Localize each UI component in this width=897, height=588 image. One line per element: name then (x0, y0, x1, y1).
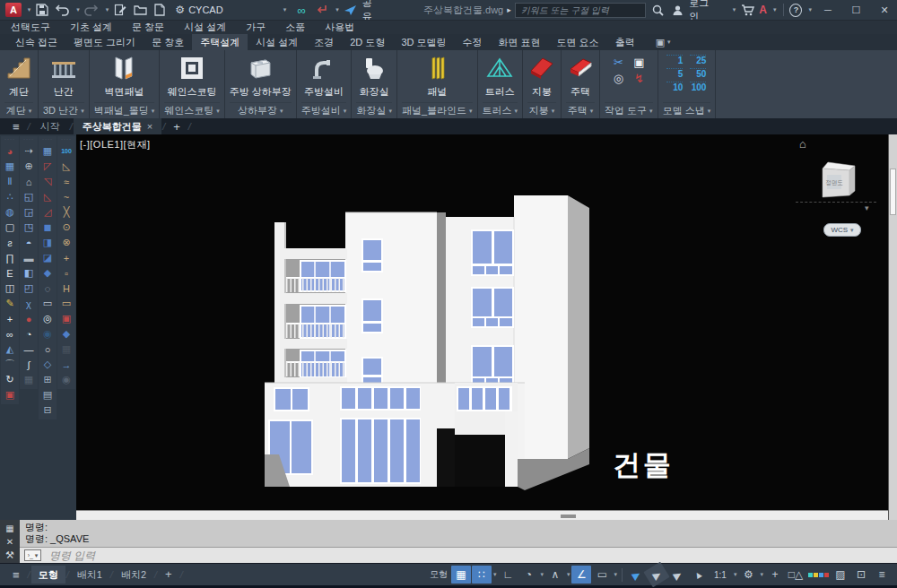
tool-icon[interactable]: ◎ (39, 311, 56, 326)
ribbon-tool-wallpanel[interactable]: 벽면패널 (104, 51, 144, 98)
tool-icon[interactable]: 100 (58, 143, 74, 159)
ortho-mode-icon[interactable]: ∟ (498, 566, 518, 584)
ribbon-group-dropdown[interactable]: 작업 도구▾ (605, 102, 653, 118)
tab-start[interactable]: 시작 (31, 118, 69, 134)
tool-icon[interactable]: ↻ (2, 372, 18, 387)
close-icon[interactable]: ✕ (6, 536, 13, 548)
grid-display-icon[interactable]: ▦ (451, 566, 471, 584)
tool-icon[interactable]: χ (21, 296, 37, 311)
tool-icon[interactable]: ◓ (21, 235, 37, 250)
expand-arrow-icon[interactable]: ▸ (507, 5, 511, 14)
ribbon-tab[interactable]: 평면도 그리기 (65, 34, 144, 50)
tool-icon[interactable]: ◼ (39, 220, 56, 235)
ribbon-tool-faucet[interactable]: 주방설비 (304, 51, 344, 98)
annotation-scale-label[interactable]: 1:1 (709, 566, 732, 584)
ribbon-tab[interactable]: 도면 요소 (549, 34, 607, 50)
layout-tab[interactable]: 배치1 (70, 566, 109, 584)
layout-tab[interactable]: 배치2 (114, 566, 153, 584)
tool-icon[interactable]: ▭ (39, 296, 56, 311)
tool-icon[interactable]: ◍ (2, 204, 18, 220)
ribbon-tool-stairs[interactable]: 계단 (4, 51, 33, 98)
ribbon-tab[interactable]: 출력 (607, 34, 643, 50)
menu-item[interactable]: 사용법 (325, 21, 354, 34)
ribbon-group-dropdown[interactable]: 벽패널_몰딩▾ (94, 102, 155, 118)
object-snap-tracking-icon[interactable]: ∠ (571, 566, 591, 584)
tool-icon[interactable]: ⊗ (58, 235, 74, 250)
help-icon[interactable]: ? (789, 4, 802, 17)
tool-icon[interactable]: Ε (2, 265, 18, 281)
tool-icon[interactable]: Ⅱ (2, 174, 18, 189)
crosshair-toggle-icon[interactable]: + (765, 566, 785, 584)
tool-icon[interactable]: — (21, 342, 37, 357)
isometric-drafting-icon[interactable]: ∧ (545, 566, 565, 584)
tool-icon[interactable]: ⊕ (21, 159, 37, 174)
ribbon-tool-toilet[interactable]: 화장실 (360, 51, 389, 98)
tool-icon[interactable]: ◰ (21, 281, 37, 296)
tool-icon[interactable]: ▣ (2, 387, 18, 402)
tool-icon[interactable]: ▢ (2, 220, 18, 235)
ribbon-group-dropdown[interactable]: 모델 스냅▾ (663, 102, 711, 118)
save-icon[interactable] (34, 2, 50, 18)
tool-icon[interactable]: ▦ (58, 342, 74, 357)
chevron-down-icon[interactable]: ▾ (106, 6, 109, 13)
tool-icon[interactable]: ◧ (21, 265, 37, 281)
snap-value[interactable]: 1 (666, 55, 683, 65)
edit-document-icon[interactable] (112, 2, 128, 18)
ribbon-group-dropdown[interactable]: 화장실▾ (356, 102, 392, 118)
tool-icon[interactable]: ✎ (2, 296, 18, 311)
clean-screen-icon[interactable]: ⊡ (851, 566, 871, 584)
chevron-down-icon[interactable]: ▾ (773, 6, 777, 13)
chevron-down-icon[interactable]: ▾ (808, 6, 812, 13)
tool-icon[interactable]: ▣ (58, 311, 74, 326)
view-cube[interactable]: 정면도 (815, 158, 860, 201)
tool-icon[interactable]: ⊙ (58, 220, 74, 235)
command-input[interactable] (48, 549, 897, 563)
isolate-objects-icon[interactable]: ▨ (831, 566, 850, 584)
menu-item[interactable]: 가구 (246, 21, 266, 34)
drag-handle-icon[interactable]: ···· (61, 137, 72, 143)
close-tab-icon[interactable]: × (147, 118, 152, 134)
tool-icon[interactable]: ◭ (2, 342, 18, 357)
command-history[interactable]: 명령: 명령: _QSAVE (20, 520, 897, 547)
tool-icon[interactable]: Η (58, 281, 74, 296)
ribbon-tool-cabinet[interactable]: 주방 상하부장 (230, 51, 292, 98)
command-grid-icon[interactable]: ▦ (5, 523, 13, 534)
scrollbar-thumb[interactable] (890, 169, 896, 215)
tool-icon[interactable]: ▦ (2, 159, 18, 174)
drag-handle-icon[interactable]: ···· (42, 137, 53, 143)
tool-icon[interactable]: ▦ (21, 372, 37, 387)
snap-value[interactable]: 100 (690, 82, 706, 92)
chevron-down-icon[interactable]: ▾ (613, 571, 618, 578)
model-space-label[interactable]: 모형 (427, 566, 450, 584)
open-folder-icon[interactable] (132, 2, 148, 18)
ribbon-tab[interactable]: 조경 (306, 34, 342, 50)
ribbon-group-dropdown[interactable]: 상하부장▾ (230, 102, 292, 118)
tool-icon[interactable]: ◲ (21, 204, 37, 220)
ribbon-tab[interactable]: 3D 모델링 (393, 34, 454, 50)
wrench-icon[interactable]: ⚒ (5, 549, 14, 561)
close-button[interactable]: ✕ (872, 0, 897, 20)
tool-icon[interactable]: ◔ (21, 326, 37, 342)
ribbon-group-dropdown[interactable]: 패널_블라인드▾ (402, 102, 473, 118)
redo-icon[interactable] (83, 2, 100, 18)
snap-value[interactable]: 5 (666, 68, 683, 79)
search-input[interactable] (519, 4, 642, 16)
tool-icon[interactable]: ∴ (2, 189, 18, 204)
chevron-down-icon[interactable]: ▾ (539, 571, 544, 578)
drawing-canvas[interactable]: [-][OLE1][현재] 건물 ⌂ 정면도 ▾ WCS ▾ (76, 134, 888, 520)
tool-icon[interactable]: ◪ (39, 250, 56, 265)
tool-icon[interactable]: ∞ (2, 326, 18, 342)
workspace-selector[interactable]: ⚙ CYCAD ▾ (171, 2, 290, 18)
user-icon[interactable] (669, 2, 685, 18)
tool-icon[interactable]: ● (21, 311, 37, 326)
ribbon-tab[interactable]: 화면 표현 (491, 34, 549, 50)
work-tool-icon[interactable]: ◎ (609, 71, 627, 86)
ribbon-tab[interactable]: 수정 (455, 34, 491, 50)
new-tab-button[interactable]: + (166, 120, 187, 134)
tool-icon[interactable]: ◹ (39, 174, 56, 189)
snap-value[interactable]: 50 (690, 68, 706, 79)
tool-icon[interactable]: ▬ (21, 250, 37, 265)
ribbon-tab[interactable]: 시설 설계 (248, 34, 306, 50)
ribbon-tool-wainscot[interactable]: 웨인스코팅 (168, 51, 217, 98)
undo-icon[interactable] (54, 2, 70, 18)
